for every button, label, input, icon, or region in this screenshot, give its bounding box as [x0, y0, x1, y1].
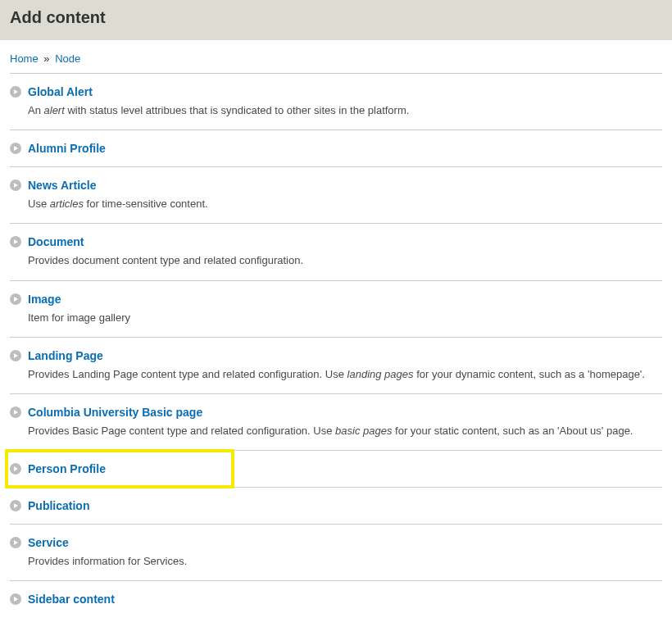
content-type-link[interactable]: Service	[28, 536, 69, 549]
arrow-right-icon	[10, 143, 21, 154]
content-type-item: Columbia University Basic pageProvides B…	[10, 394, 662, 451]
content-type-item: ImageItem for image gallery	[10, 281, 662, 338]
content-area: Home » Node Global AlertAn alert with st…	[0, 40, 672, 617]
content-type-description: Provides document content type and relat…	[28, 253, 662, 268]
desc-emphasis: alert	[44, 104, 65, 116]
arrow-right-icon	[10, 463, 21, 475]
desc-text: Provides information for Services.	[28, 555, 187, 567]
arrow-right-icon	[10, 537, 21, 548]
desc-text: for time-sensitive content.	[84, 198, 208, 210]
desc-text: for your static content, such as an 'Abo…	[392, 425, 633, 437]
page-title: Add content	[10, 8, 662, 27]
arrow-right-icon	[10, 500, 21, 511]
content-type-description: Provides Landing Page content type and r…	[28, 367, 662, 382]
content-type-description: Use articles for time-sensitive content.	[28, 197, 662, 211]
desc-emphasis: basic pages	[335, 425, 392, 437]
content-type-item: DocumentProvides document content type a…	[10, 224, 662, 280]
arrow-right-icon	[10, 593, 21, 605]
content-type-link[interactable]: Landing Page	[28, 349, 103, 362]
content-type-link[interactable]: Sidebar content	[28, 593, 115, 606]
arrow-right-icon	[10, 350, 21, 361]
desc-emphasis: articles	[50, 198, 84, 210]
content-type-item: News ArticleUse articles for time-sensit…	[10, 167, 662, 224]
desc-text: Provides document content type and relat…	[28, 254, 303, 266]
desc-emphasis: landing pages	[347, 368, 414, 380]
desc-text: Provides Basic Page content type and rel…	[28, 425, 335, 437]
arrow-right-icon	[10, 86, 21, 98]
desc-text: for your dynamic content, such as a 'hom…	[414, 368, 645, 380]
content-type-item: ServiceProvides information for Services…	[10, 525, 662, 581]
content-type-link[interactable]: Person Profile	[28, 462, 106, 475]
content-type-description: Provides information for Services.	[28, 554, 662, 569]
content-type-item: Global AlertAn alert with status level a…	[10, 74, 662, 130]
content-type-link[interactable]: News Article	[28, 179, 97, 192]
content-type-link[interactable]: Columbia University Basic page	[28, 406, 202, 419]
content-type-description: An alert with status level attribues tha…	[28, 103, 662, 118]
arrow-right-icon	[10, 179, 21, 191]
content-type-item: Sidebar content	[10, 581, 662, 617]
breadcrumb: Home » Node	[10, 40, 662, 74]
breadcrumb-home-link[interactable]: Home	[10, 52, 39, 65]
desc-text: with status level attribues that is synd…	[65, 104, 410, 116]
content-type-description: Item for image gallery	[28, 311, 662, 325]
content-type-link[interactable]: Global Alert	[28, 85, 93, 98]
breadcrumb-node-link[interactable]: Node	[55, 52, 80, 65]
breadcrumb-separator: »	[41, 52, 52, 65]
content-type-item: Landing PageProvides Landing Page conten…	[10, 338, 662, 394]
arrow-right-icon	[10, 407, 21, 418]
arrow-right-icon	[10, 293, 21, 305]
desc-text: Provides Landing Page content type and r…	[28, 368, 347, 380]
content-type-item: Person Profile	[10, 451, 662, 488]
desc-text: Item for image gallery	[28, 311, 130, 324]
header-bar: Add content	[0, 0, 672, 40]
content-type-item: Alumni Profile	[10, 130, 662, 167]
content-type-link[interactable]: Image	[28, 293, 61, 306]
desc-text: Use	[28, 198, 50, 210]
content-type-link[interactable]: Document	[28, 235, 84, 248]
content-type-link[interactable]: Alumni Profile	[28, 142, 106, 155]
content-type-link[interactable]: Publication	[28, 499, 89, 512]
content-type-item: Publication	[10, 488, 662, 525]
content-type-description: Provides Basic Page content type and rel…	[28, 424, 662, 438]
desc-text: An	[28, 104, 44, 116]
arrow-right-icon	[10, 236, 21, 248]
content-type-list: Global AlertAn alert with status level a…	[10, 74, 662, 617]
